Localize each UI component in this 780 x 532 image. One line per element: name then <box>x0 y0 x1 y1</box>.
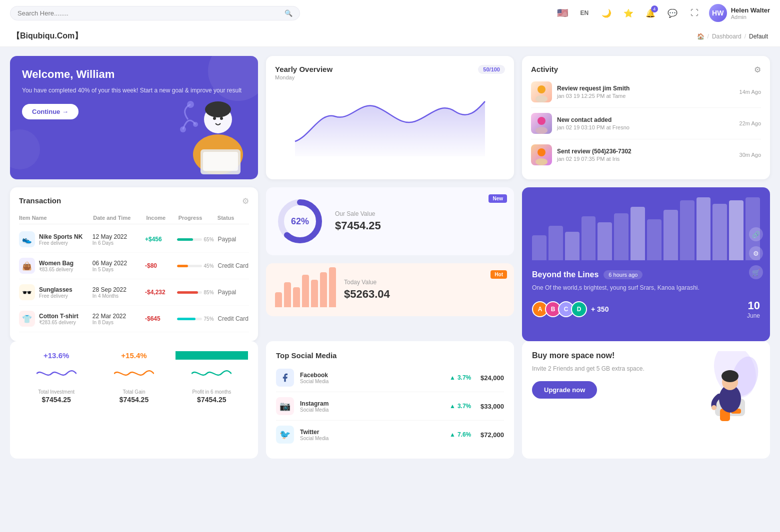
instagram-icon: 📷 <box>276 397 294 415</box>
ig-name: Instagram <box>300 400 444 407</box>
beyond-card: 🔗 ⚙ 🛒 Beyond the Lines 6 hours ago One O… <box>522 187 770 341</box>
beyond-description: One Of the world,s brightest, young surf… <box>532 283 760 292</box>
invest-value-3: $7454.25 <box>176 396 248 404</box>
date-3: 28 Sep 2022 <box>92 286 141 293</box>
yearly-title: Yearly Overview <box>275 65 332 73</box>
expand-icon[interactable]: ⛶ <box>687 5 702 20</box>
avatar: HW <box>709 4 727 22</box>
activity-title-2: New contact added <box>557 116 734 123</box>
sep2: / <box>744 33 746 40</box>
beyond-chart <box>532 197 760 262</box>
ig-growth: ▲3.7% <box>450 403 474 410</box>
message-icon[interactable]: 💬 <box>665 5 680 20</box>
activity-sub-3: jan 02 19 07:35 PM at Iris <box>557 156 734 162</box>
wave-1 <box>36 364 76 384</box>
search-icon: 🔍 <box>284 9 292 17</box>
transaction-settings-icon[interactable]: ⚙ <box>242 196 249 206</box>
beyond-header: Beyond the Lines 6 hours ago <box>532 270 760 279</box>
avatar-4: D <box>571 301 587 317</box>
search-input[interactable] <box>18 9 280 17</box>
progress-3: 85% <box>177 290 214 295</box>
dashboard-link[interactable]: Dashboard <box>712 33 742 40</box>
activity-title-3: Sent review (504)236-7302 <box>557 148 734 155</box>
top-row: Welcome, William You have completed 40% … <box>0 47 780 179</box>
svg-rect-6 <box>203 152 238 171</box>
date-4: 22 Mar 2022 <box>92 313 141 320</box>
activity-time-1: 14m Ago <box>740 89 761 95</box>
activity-thumb-3 <box>531 144 552 165</box>
today-label: Today Value <box>344 279 505 286</box>
bar-2 <box>284 282 291 307</box>
search-bar[interactable]: 🔍 <box>10 6 300 20</box>
beyond-icon-2[interactable]: ⚙ <box>749 246 763 260</box>
activity-settings-icon[interactable]: ⚙ <box>754 65 761 74</box>
progress-4: 75% <box>177 316 214 322</box>
investment-card: +13.6% Total Investment $7454.25 +15.4% … <box>10 341 258 459</box>
invest-value-1: $7454.25 <box>20 396 92 404</box>
social-title: Top Social Media <box>276 351 336 360</box>
bc-6 <box>614 213 628 261</box>
dark-mode-toggle[interactable]: 🌙 <box>599 5 614 20</box>
item-main-4: Cotton T-shirt <box>39 313 78 320</box>
item-icon-2: 👜 <box>19 258 35 274</box>
activity-item-2: New contact added jan 02 19 03:10 PM at … <box>531 108 761 139</box>
svg-point-3 <box>213 117 216 120</box>
activity-sub-2: jan 02 19 03:10 PM at Fresno <box>557 124 734 130</box>
beyond-icon-1[interactable]: 🔗 <box>749 227 763 241</box>
yearly-card: Yearly Overview Monday 50/100 <box>266 56 514 179</box>
logo: 【Biqubiqu.Com】 <box>12 31 82 41</box>
tw-growth: ▲7.6% <box>450 431 474 438</box>
topnav-right: 🇺🇸 EN 🌙 ⭐ 🔔 4 💬 ⛶ HW Helen Walter Admin <box>555 4 770 22</box>
user-name: Helen Walter <box>731 6 770 14</box>
income-3: -$4,232 <box>145 289 173 296</box>
event-month: June <box>747 312 760 319</box>
bc-11 <box>696 197 711 260</box>
sale-card: New 62% Our Sale Value $7454.25 <box>266 187 514 255</box>
tw-name: Twitter <box>300 429 444 436</box>
facebook-icon <box>276 369 294 387</box>
activity-item-3: Sent review (504)236-7302 jan 02 19 07:3… <box>531 139 761 170</box>
language-flag[interactable]: 🇺🇸 <box>555 5 570 20</box>
upgrade-button[interactable]: Upgrade now <box>532 381 597 399</box>
income-4: -$645 <box>145 315 173 322</box>
yearly-subtitle: Monday <box>275 74 332 80</box>
user-role: Admin <box>731 14 770 20</box>
language-label[interactable]: EN <box>577 5 592 20</box>
date-sub-4: In 8 Days <box>92 320 141 325</box>
item-name-3: 🕶️ Sunglasses Free delivery <box>19 284 88 300</box>
wave-2 <box>114 364 154 384</box>
date-sub-1: In 6 Days <box>92 240 141 246</box>
notification-icon[interactable]: 🔔 4 <box>643 5 658 20</box>
activity-header: Activity ⚙ <box>531 65 761 74</box>
invest-stat-2: +15.4% Total Gain $7454.25 <box>98 351 170 404</box>
sale-value: $7454.25 <box>335 219 505 232</box>
date-1: 12 May 2022 <box>92 233 141 240</box>
beyond-icon-3[interactable]: 🛒 <box>749 265 763 279</box>
svg-point-7 <box>180 126 186 132</box>
top-navigation: 🔍 🇺🇸 EN 🌙 ⭐ 🔔 4 💬 ⛶ HW Helen Walter Admi… <box>0 0 780 26</box>
favorites-icon[interactable]: ⭐ <box>621 5 636 20</box>
pct-3: 85% <box>204 290 214 295</box>
activity-info-1: Review request jim Smith jan 03 19 12:25… <box>557 85 734 99</box>
date-2: 06 May 2022 <box>92 260 141 267</box>
transaction-card: Transaction ⚙ Item Name Date and Time In… <box>10 187 258 341</box>
col-income: Income <box>146 215 174 221</box>
invest-pct-2: +15.4% <box>98 351 170 360</box>
user-info[interactable]: HW Helen Walter Admin <box>709 4 770 22</box>
bc-5 <box>598 222 612 260</box>
plus-count: + 350 <box>591 305 608 313</box>
svg-point-9 <box>187 101 194 108</box>
home-icon[interactable]: 🏠 <box>697 33 704 40</box>
current-page: Default <box>749 33 768 40</box>
table-row-4: 👕 Cotton T-shirt ₹283.65 delivery 22 Mar… <box>19 306 249 332</box>
twitter-icon: 🐦 <box>276 426 294 444</box>
continue-button[interactable]: Continue → <box>22 104 78 119</box>
bar-6 <box>320 272 327 307</box>
donut-percent: 62% <box>291 216 309 227</box>
col-date: Date and Time <box>93 215 142 221</box>
welcome-card: Welcome, William You have completed 40% … <box>10 56 258 179</box>
date-sub-3: In 4 Months <box>92 293 141 299</box>
item-main-2: Women Bag <box>39 260 74 267</box>
today-card: Hot Today Value $5263.04 <box>266 263 514 316</box>
invest-pct-3: +15.4% <box>176 351 248 360</box>
